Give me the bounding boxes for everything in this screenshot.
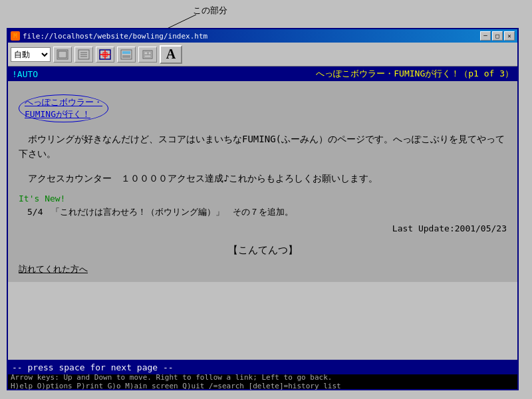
site-title-line1: へっぽこボウラー・ [25, 97, 102, 107]
site-title-line2: FUMINGが行く！ [25, 109, 90, 119]
help-line-2: H)elp O)ptions P)rint G)o M)ain screen Q… [11, 382, 515, 390]
auto-select[interactable]: 自動 [11, 47, 51, 62]
toolbar-btn-3[interactable] [96, 47, 114, 63]
main-paragraph-1: ボウリングが好きなんだけど、スコアはいまいちなFUMING(ふーみん）のページで… [19, 132, 507, 162]
minimize-button[interactable]: ─ [480, 31, 491, 41]
font-button[interactable]: A [160, 45, 182, 64]
update-line: 5/4 「これだけは言わせろ！（ボウリング編）」 その７を追加。 [19, 206, 507, 218]
help-line-1: Arrow keys: Up and Down to move. Right t… [11, 373, 515, 382]
browser-window: M file://localhost/website/bowling/index… [7, 28, 519, 390]
svg-rect-17 [148, 52, 151, 55]
title-bar: M file://localhost/website/bowling/index… [8, 29, 517, 43]
new-label: It's New! [19, 194, 507, 203]
toolbar-btn-1[interactable] [53, 47, 72, 63]
main-content: へっぽこボウラー・ FUMINGが行く！ ボウリングが好きなんだけど、スコアはい… [8, 81, 517, 282]
svg-rect-16 [144, 52, 148, 55]
last-update: Last Update:2001/05/23 [19, 223, 507, 233]
press-space-bar: -- press space for next page -- [8, 360, 517, 374]
help-bar: Arrow keys: Up and Down to move. Right t… [8, 374, 517, 389]
auto-label: !AUTO [12, 69, 38, 79]
toolbar-btn-5[interactable] [138, 47, 157, 63]
svg-rect-18 [144, 55, 151, 57]
site-title-link[interactable]: へっぽこボウラー・ FUMINGが行く！ [19, 94, 108, 122]
main-paragraph-2: アクセスカウンター １００００アクセス達成♪これからもよろしくお願いします。 [19, 171, 507, 186]
annotation-label: この部分 [193, 5, 227, 15]
bottom-status-area: -- press space for next page -- Arrow ke… [8, 360, 517, 389]
toolbar-btn-4[interactable] [117, 47, 136, 63]
content-status-bar: !AUTO へっぽこボウラー・FUMINGが行く！（p1 of 3） [8, 66, 517, 81]
close-button[interactable]: ✕ [504, 31, 515, 41]
maximize-button[interactable]: □ [492, 31, 503, 41]
visitor-link[interactable]: 訪れてくれた方へ [19, 263, 507, 275]
page-title: へっぽこボウラー・FUMINGが行く！（p1 of 3） [316, 68, 513, 80]
toolbar: 自動 [8, 43, 517, 66]
contents-header: 【こんてんつ】 [19, 244, 507, 257]
toolbar-btn-2[interactable] [74, 47, 93, 63]
press-space-text: -- press space for next page -- [12, 362, 174, 372]
title-bar-buttons: ─ □ ✕ [480, 31, 515, 41]
svg-rect-2 [59, 51, 66, 58]
title-bar-text: file://localhost/website/bowling/index.h… [23, 32, 480, 41]
browser-icon: M [11, 31, 20, 41]
svg-rect-12 [122, 51, 130, 54]
